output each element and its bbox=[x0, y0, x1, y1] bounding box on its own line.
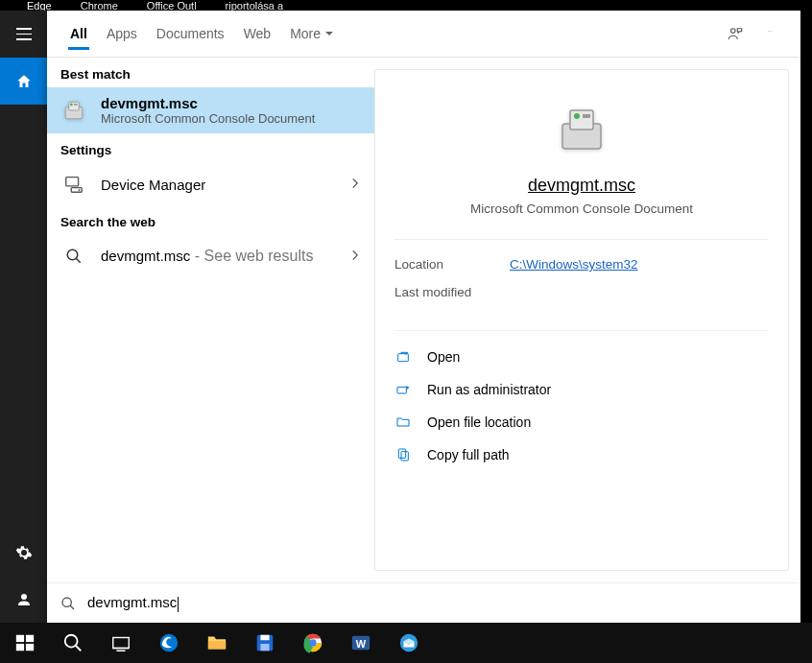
search-input[interactable]: devmgmt.msc bbox=[87, 594, 787, 611]
chevron-down-icon bbox=[324, 29, 334, 38]
svg-point-33 bbox=[309, 639, 316, 646]
svg-point-0 bbox=[731, 29, 736, 34]
svg-point-14 bbox=[574, 113, 580, 119]
svg-rect-30 bbox=[260, 635, 269, 641]
meta-location-label: Location bbox=[394, 257, 481, 272]
taskbar-app-thunderbird[interactable] bbox=[388, 623, 430, 663]
open-icon bbox=[394, 348, 412, 366]
task-view-button[interactable] bbox=[100, 623, 142, 663]
hamburger-icon bbox=[16, 28, 32, 40]
svg-point-11 bbox=[67, 249, 78, 260]
thunderbird-icon bbox=[398, 632, 419, 653]
search-icon bbox=[60, 596, 76, 611]
start-button[interactable] bbox=[4, 623, 46, 663]
section-settings: Settings bbox=[47, 133, 374, 163]
person-feedback-icon bbox=[727, 25, 744, 42]
svg-point-10 bbox=[79, 189, 81, 191]
device-manager-icon bbox=[60, 171, 87, 198]
svg-rect-17 bbox=[397, 387, 406, 393]
action-openloc-label: Open file location bbox=[427, 414, 531, 430]
svg-point-25 bbox=[65, 635, 78, 648]
action-copy-full-path[interactable]: Copy full path bbox=[394, 438, 769, 471]
action-open[interactable]: Open bbox=[394, 341, 769, 373]
tab-more[interactable]: More bbox=[280, 11, 344, 58]
user-icon bbox=[15, 591, 33, 608]
settings-result-device-manager[interactable]: Device Manager bbox=[47, 163, 374, 205]
floppy-icon bbox=[254, 632, 275, 653]
taskbar-app-chrome[interactable] bbox=[292, 623, 334, 663]
web-result[interactable]: devmgmt.msc - See web results bbox=[47, 235, 374, 277]
folder-icon bbox=[206, 632, 227, 653]
svg-text:W: W bbox=[356, 638, 367, 650]
taskbar-app-word[interactable]: W bbox=[340, 623, 382, 663]
tab-apps[interactable]: Apps bbox=[97, 11, 147, 58]
task-view-icon bbox=[110, 632, 131, 653]
search-icon bbox=[62, 632, 84, 653]
svg-rect-16 bbox=[398, 354, 409, 362]
options-button[interactable] bbox=[752, 31, 787, 36]
folder-icon bbox=[394, 414, 412, 431]
home-icon bbox=[15, 73, 33, 90]
edge-icon bbox=[158, 632, 179, 653]
detail-actions: Open Run as administrator Open file loca… bbox=[394, 331, 769, 471]
tab-all[interactable]: All bbox=[60, 11, 97, 58]
best-match-title: devmgmt.msc bbox=[101, 95, 361, 111]
svg-rect-21 bbox=[16, 635, 24, 642]
action-open-file-location[interactable]: Open file location bbox=[394, 406, 769, 438]
chevron-right-icon bbox=[351, 176, 361, 193]
action-run-as-admin[interactable]: Run as administrator bbox=[394, 373, 769, 406]
best-match-result[interactable]: devmgmt.msc Microsoft Common Console Doc… bbox=[47, 87, 374, 133]
chevron-right-icon bbox=[351, 248, 361, 265]
svg-point-6 bbox=[70, 104, 73, 107]
svg-rect-28 bbox=[208, 641, 226, 649]
best-match-subtitle: Microsoft Common Console Document bbox=[101, 111, 361, 126]
tab-more-label: More bbox=[290, 26, 321, 41]
sidebar-user-button[interactable] bbox=[0, 576, 47, 623]
detail-metadata: Location C:\Windows\system32 Last modifi… bbox=[394, 240, 769, 331]
tab-web[interactable]: Web bbox=[234, 11, 281, 58]
ellipsis-icon bbox=[761, 31, 778, 36]
menu-expand-button[interactable] bbox=[0, 11, 47, 58]
svg-rect-18 bbox=[398, 449, 405, 458]
web-result-suffix: - See web results bbox=[190, 248, 313, 264]
search-icon bbox=[60, 243, 87, 270]
action-copypath-label: Copy full path bbox=[427, 447, 510, 462]
svg-rect-24 bbox=[26, 644, 34, 651]
action-runas-label: Run as administrator bbox=[427, 382, 551, 397]
tab-documents[interactable]: Documents bbox=[147, 11, 234, 58]
sidebar-home-button[interactable] bbox=[0, 58, 47, 105]
detail-title[interactable]: devmgmt.msc bbox=[528, 176, 635, 196]
taskbar-app-save[interactable] bbox=[244, 623, 286, 663]
msc-file-icon bbox=[60, 97, 87, 124]
filter-tabs-bar: All Apps Documents Web More bbox=[47, 11, 800, 58]
action-open-label: Open bbox=[427, 349, 460, 365]
results-list: Best match devmgmt.msc Microsoft Common … bbox=[47, 58, 374, 582]
search-box[interactable]: devmgmt.msc bbox=[47, 582, 800, 623]
taskbar-app-explorer[interactable] bbox=[196, 623, 238, 663]
svg-rect-19 bbox=[401, 452, 408, 461]
taskbar: W bbox=[0, 623, 812, 663]
svg-rect-8 bbox=[66, 178, 79, 186]
section-search-web: Search the web bbox=[47, 205, 374, 235]
taskbar-search-button[interactable] bbox=[52, 623, 94, 663]
detail-subtitle: Microsoft Common Console Document bbox=[470, 201, 693, 216]
svg-point-1 bbox=[768, 31, 769, 32]
meta-location-value[interactable]: C:\Windows\system32 bbox=[510, 257, 638, 272]
svg-point-3 bbox=[771, 31, 772, 32]
windows-icon bbox=[14, 632, 36, 653]
detail-file-icon bbox=[551, 99, 612, 160]
meta-modified-label: Last modified bbox=[394, 285, 481, 299]
section-best-match: Best match bbox=[47, 58, 374, 87]
svg-rect-26 bbox=[113, 638, 130, 649]
taskbar-app-edge[interactable] bbox=[148, 623, 190, 663]
search-results-panel: All Apps Documents Web More Best match d… bbox=[47, 11, 800, 623]
web-result-title: devmgmt.msc bbox=[101, 248, 190, 264]
shield-icon bbox=[394, 381, 412, 398]
svg-rect-22 bbox=[26, 635, 34, 642]
word-icon: W bbox=[350, 632, 371, 653]
svg-rect-13 bbox=[570, 110, 593, 130]
svg-point-2 bbox=[770, 31, 771, 32]
feedback-button[interactable] bbox=[718, 25, 752, 42]
svg-point-20 bbox=[62, 598, 71, 606]
sidebar-settings-button[interactable] bbox=[0, 529, 47, 576]
